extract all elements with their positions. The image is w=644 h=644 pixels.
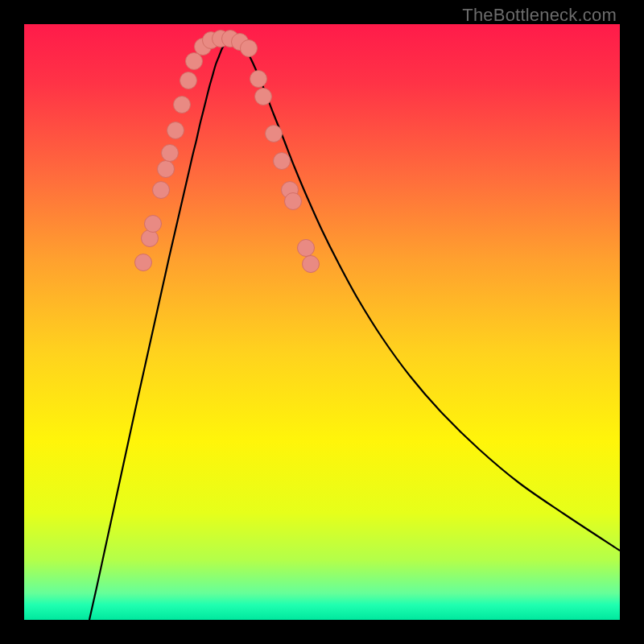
highlight-dot: [186, 53, 203, 70]
highlight-dot: [180, 72, 197, 89]
highlight-dots: [135, 31, 320, 273]
plot-area: [24, 24, 620, 620]
watermark-text: TheBottleneck.com: [462, 5, 617, 26]
highlight-dot: [167, 122, 184, 139]
highlight-dot: [255, 89, 272, 105]
highlight-dot: [241, 40, 258, 57]
chart-frame: TheBottleneck.com: [0, 0, 644, 644]
highlight-dot: [266, 126, 283, 142]
highlight-dot: [298, 240, 315, 257]
highlight-dot: [162, 145, 179, 162]
highlight-dot: [285, 193, 302, 210]
highlight-dot: [142, 230, 159, 247]
highlight-dot: [303, 256, 320, 273]
highlight-dot: [153, 182, 170, 199]
highlight-dot: [250, 71, 267, 88]
highlight-dot: [145, 216, 162, 233]
highlight-dot: [158, 161, 175, 178]
curve-layer: [24, 24, 620, 620]
highlight-dot: [135, 254, 152, 271]
highlight-dot: [274, 153, 291, 170]
highlight-dot: [174, 97, 191, 114]
